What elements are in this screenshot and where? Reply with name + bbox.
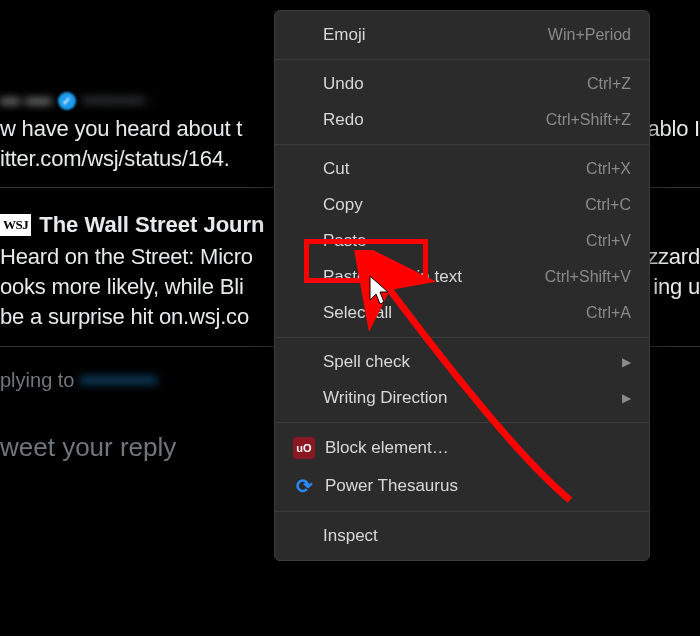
menu-shortcut: Win+Period (548, 26, 631, 44)
menu-item-emoji[interactable]: Emoji Win+Period (275, 17, 649, 53)
quoted-tweet-text: Heard on the Street: Micro (0, 242, 253, 272)
menu-item-paste-plain[interactable]: Paste as plain text Ctrl+Shift+V (275, 259, 649, 295)
menu-separator (275, 511, 649, 512)
menu-item-copy[interactable]: Copy Ctrl+C (275, 187, 649, 223)
menu-shortcut: Ctrl+V (586, 232, 631, 250)
menu-shortcut: Ctrl+Shift+Z (546, 111, 631, 129)
menu-label: Redo (323, 110, 546, 130)
menu-item-writing-direction[interactable]: Writing Direction ▶ (275, 380, 649, 416)
menu-shortcut: Ctrl+Shift+V (545, 268, 631, 286)
submenu-arrow-icon: ▶ (622, 391, 631, 405)
menu-item-cut[interactable]: Cut Ctrl+X (275, 151, 649, 187)
author-name: ••• •••• (0, 90, 52, 112)
author-handle: •••••••••• · (82, 91, 155, 112)
menu-label: Spell check (323, 352, 622, 372)
menu-item-spell-check[interactable]: Spell check ▶ (275, 344, 649, 380)
power-thesaurus-icon: ⟳ (293, 475, 315, 497)
context-menu: Emoji Win+Period Undo Ctrl+Z Redo Ctrl+S… (274, 10, 650, 561)
submenu-arrow-icon: ▶ (622, 355, 631, 369)
menu-separator (275, 144, 649, 145)
menu-item-inspect[interactable]: Inspect (275, 518, 649, 554)
quoted-tweet-text: ing u (653, 272, 700, 302)
menu-label: Paste as plain text (323, 267, 545, 287)
menu-label: Block element… (325, 438, 631, 458)
replying-to-handle: ••••••••••• (80, 369, 157, 391)
menu-item-undo[interactable]: Undo Ctrl+Z (275, 66, 649, 102)
tweet-text: w have you heard about t (0, 114, 242, 144)
menu-label: Undo (323, 74, 587, 94)
wsj-logo-icon: WSJ (0, 214, 31, 236)
menu-shortcut: Ctrl+Z (587, 75, 631, 93)
menu-label: Writing Direction (323, 388, 622, 408)
menu-item-block-element[interactable]: uO Block element… (275, 429, 649, 467)
menu-item-select-all[interactable]: Select all Ctrl+A (275, 295, 649, 331)
menu-label: Paste (323, 231, 586, 251)
menu-label: Emoji (323, 25, 548, 45)
menu-label: Cut (323, 159, 586, 179)
menu-label: Select all (323, 303, 586, 323)
menu-shortcut: Ctrl+X (586, 160, 631, 178)
menu-item-power-thesaurus[interactable]: ⟳ Power Thesaurus (275, 467, 649, 505)
menu-separator (275, 422, 649, 423)
ublock-icon: uO (293, 437, 315, 459)
menu-label: Power Thesaurus (325, 476, 631, 496)
quoted-tweet-text: ooks more likely, while Bli (0, 272, 244, 302)
replying-to-label: plying to (0, 369, 75, 391)
menu-shortcut: Ctrl+C (585, 196, 631, 214)
verified-icon (58, 92, 76, 110)
quoted-author-name: The Wall Street Journ (39, 212, 264, 238)
menu-item-redo[interactable]: Redo Ctrl+Shift+Z (275, 102, 649, 138)
menu-separator (275, 59, 649, 60)
menu-separator (275, 337, 649, 338)
quoted-tweet-text: zzard (647, 242, 700, 272)
menu-item-paste[interactable]: Paste Ctrl+V (275, 223, 649, 259)
menu-label: Inspect (323, 526, 631, 546)
tweet-text: ablo I (647, 114, 700, 144)
menu-shortcut: Ctrl+A (586, 304, 631, 322)
menu-label: Copy (323, 195, 585, 215)
